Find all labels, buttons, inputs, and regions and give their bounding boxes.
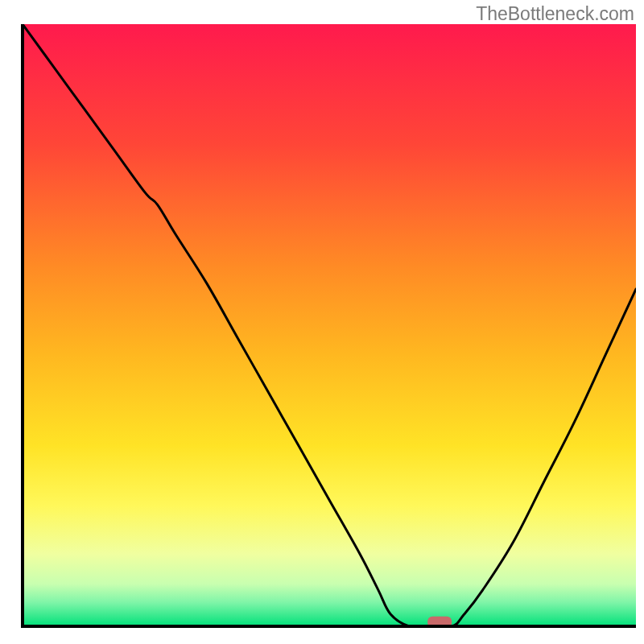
watermark-text: TheBottleneck.com xyxy=(476,3,634,25)
bottleneck-chart xyxy=(0,0,644,644)
chart-container: TheBottleneck.com xyxy=(0,0,644,644)
gradient-background xyxy=(23,24,636,626)
